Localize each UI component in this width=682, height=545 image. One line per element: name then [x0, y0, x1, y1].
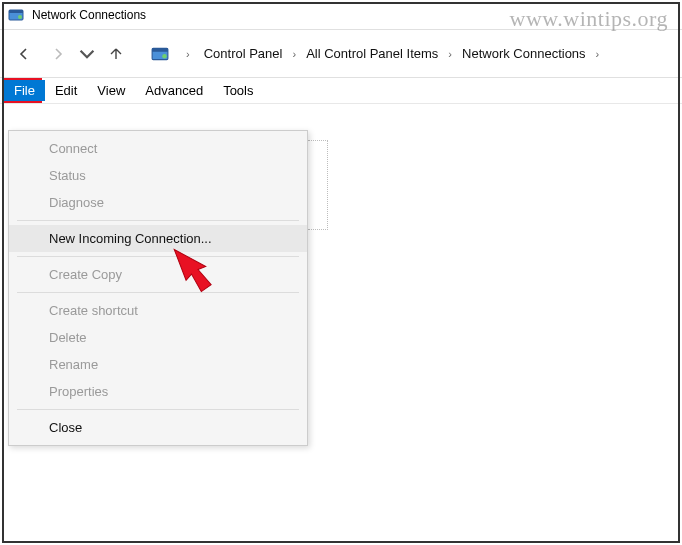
menu-item-new-incoming-connection[interactable]: New Incoming Connection...: [9, 225, 307, 252]
breadcrumb-item[interactable]: All Control Panel Items: [302, 44, 442, 63]
address-icon: [150, 44, 170, 64]
menu-edit[interactable]: Edit: [45, 80, 87, 101]
svg-rect-1: [9, 10, 23, 13]
menubar: File Edit View Advanced Tools: [0, 78, 682, 104]
file-menu-dropdown: Connect Status Diagnose New Incoming Con…: [8, 130, 308, 446]
menu-item-properties[interactable]: Properties: [9, 378, 307, 405]
menu-item-connect[interactable]: Connect: [9, 135, 307, 162]
menu-file[interactable]: File: [4, 80, 45, 101]
menu-item-create-shortcut[interactable]: Create shortcut: [9, 297, 307, 324]
window-title: Network Connections: [32, 8, 146, 22]
menu-item-delete[interactable]: Delete: [9, 324, 307, 351]
menu-separator: [17, 256, 299, 257]
chevron-right-icon: ›: [592, 48, 604, 60]
menu-tools[interactable]: Tools: [213, 80, 263, 101]
breadcrumb-item[interactable]: Network Connections: [458, 44, 590, 63]
recent-dropdown[interactable]: [78, 40, 96, 68]
watermark-text: www.wintips.org: [510, 6, 668, 32]
menu-item-create-copy[interactable]: Create Copy: [9, 261, 307, 288]
menu-item-status[interactable]: Status: [9, 162, 307, 189]
back-button[interactable]: [10, 40, 38, 68]
menu-advanced[interactable]: Advanced: [135, 80, 213, 101]
menu-item-diagnose[interactable]: Diagnose: [9, 189, 307, 216]
svg-point-2: [18, 15, 22, 19]
window-icon: [8, 7, 24, 23]
navigation-bar: › Control Panel › All Control Panel Item…: [0, 30, 682, 78]
menu-separator: [17, 220, 299, 221]
menu-separator: [17, 409, 299, 410]
menu-separator: [17, 292, 299, 293]
chevron-right-icon: ›: [288, 48, 300, 60]
menu-item-rename[interactable]: Rename: [9, 351, 307, 378]
chevron-right-icon: ›: [182, 48, 194, 60]
menu-view[interactable]: View: [87, 80, 135, 101]
menu-item-close[interactable]: Close: [9, 414, 307, 441]
svg-point-5: [162, 54, 167, 59]
content-placeholder: [308, 140, 328, 230]
breadcrumb: Control Panel › All Control Panel Items …: [200, 44, 604, 63]
up-button[interactable]: [102, 40, 130, 68]
forward-button[interactable]: [44, 40, 72, 68]
svg-rect-4: [152, 48, 168, 51]
breadcrumb-item[interactable]: Control Panel: [200, 44, 287, 63]
chevron-right-icon: ›: [444, 48, 456, 60]
